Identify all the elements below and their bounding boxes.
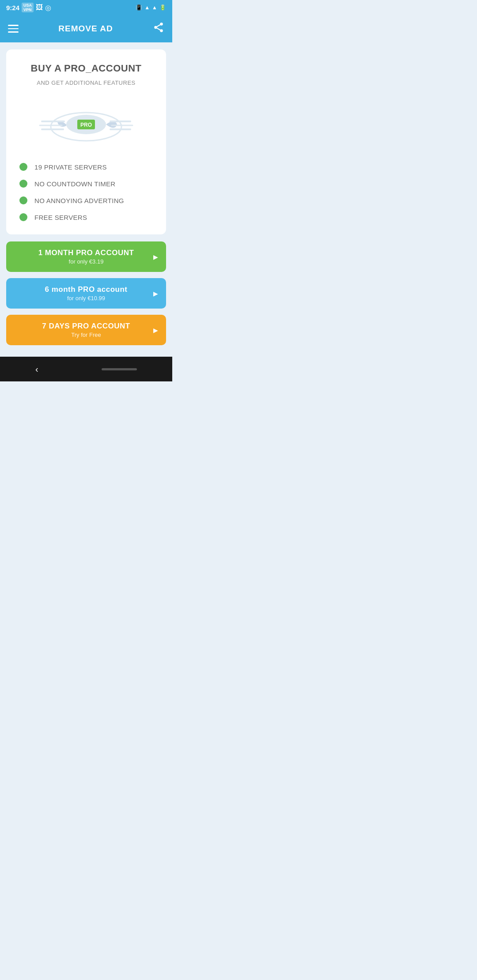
- svg-point-1: [154, 26, 157, 29]
- signal-icon: ▲: [152, 4, 157, 11]
- feature-dot-3: [19, 196, 27, 204]
- main-content: BUY A PRO_ACCOUNT AND GET ADDITIONAL FEA…: [0, 42, 172, 357]
- seven-days-button[interactable]: 7 DAYS PRO ACCOUNT Try for Free ▶: [6, 315, 166, 345]
- bottom-nav: ‹: [0, 357, 172, 381]
- seven-days-main-text: 7 DAYS PRO ACCOUNT: [42, 322, 130, 331]
- one-month-sub-text: for only €3.19: [69, 258, 104, 265]
- six-month-main-text: 6 month PRO account: [45, 285, 127, 294]
- svg-point-0: [160, 23, 163, 26]
- vpn-icon: USAVPN: [22, 3, 34, 12]
- battery-icon: 🔋: [159, 4, 166, 11]
- feature-item-1: 19 PRIVATE SERVERS: [19, 163, 153, 171]
- features-list: 19 PRIVATE SERVERS NO COUNTDOWN TIMER NO…: [15, 158, 157, 221]
- seven-days-text: 7 DAYS PRO ACCOUNT Try for Free: [42, 322, 130, 338]
- six-month-button[interactable]: 6 month PRO account for only €10.99 ▶: [6, 278, 166, 309]
- pro-illustration: PRO: [38, 100, 135, 149]
- feature-text-3: NO ANNOYING ADVERTING: [34, 197, 124, 204]
- back-button[interactable]: ‹: [35, 364, 38, 374]
- feature-text-2: NO COUNTDOWN TIMER: [34, 180, 115, 188]
- vibrate-icon: 📳: [136, 4, 142, 11]
- cast-icon: ◎: [45, 4, 51, 12]
- feature-text-1: 19 PRIVATE SERVERS: [34, 163, 107, 171]
- feature-item-3: NO ANNOYING ADVERTING: [19, 196, 153, 204]
- seven-days-arrow: ▶: [153, 327, 158, 334]
- svg-text:PRO: PRO: [80, 122, 92, 128]
- svg-point-2: [160, 29, 163, 32]
- page-title: REMOVE AD: [58, 24, 113, 34]
- feature-text-4: FREE SERVERS: [34, 214, 87, 221]
- feature-item-2: NO COUNTDOWN TIMER: [19, 180, 153, 188]
- home-indicator[interactable]: [102, 368, 137, 370]
- six-month-sub-text: for only €10.99: [67, 295, 105, 302]
- promo-card: BUY A PRO_ACCOUNT AND GET ADDITIONAL FEA…: [6, 49, 166, 234]
- status-time: 9:24: [6, 4, 19, 11]
- image-icon: 🖼: [36, 4, 43, 11]
- feature-dot-4: [19, 213, 27, 221]
- status-bar: 9:24 USAVPN 🖼 ◎ 📳 ▲ ▲ 🔋: [0, 0, 172, 15]
- svg-line-3: [157, 28, 160, 30]
- feature-dot-1: [19, 163, 27, 171]
- one-month-main-text: 1 MONTH PRO ACCOUNT: [38, 249, 134, 257]
- promo-subtitle: AND GET ADDITIONAL FEATURES: [37, 79, 135, 86]
- feature-dot-2: [19, 180, 27, 188]
- one-month-text: 1 MONTH PRO ACCOUNT for only €3.19: [38, 249, 134, 265]
- svg-line-4: [157, 25, 160, 26]
- menu-button[interactable]: [8, 25, 19, 33]
- purchase-buttons: 1 MONTH PRO ACCOUNT for only €3.19 ▶ 6 m…: [6, 241, 166, 350]
- feature-item-4: FREE SERVERS: [19, 213, 153, 221]
- one-month-button[interactable]: 1 MONTH PRO ACCOUNT for only €3.19 ▶: [6, 241, 166, 272]
- seven-days-sub-text: Try for Free: [71, 332, 101, 338]
- six-month-arrow: ▶: [153, 290, 158, 297]
- promo-title: BUY A PRO_ACCOUNT: [31, 63, 142, 74]
- six-month-text: 6 month PRO account for only €10.99: [45, 285, 127, 302]
- app-bar: REMOVE AD: [0, 15, 172, 42]
- one-month-arrow: ▶: [153, 253, 158, 260]
- wifi-icon: ▲: [144, 4, 150, 11]
- share-button[interactable]: [153, 22, 164, 36]
